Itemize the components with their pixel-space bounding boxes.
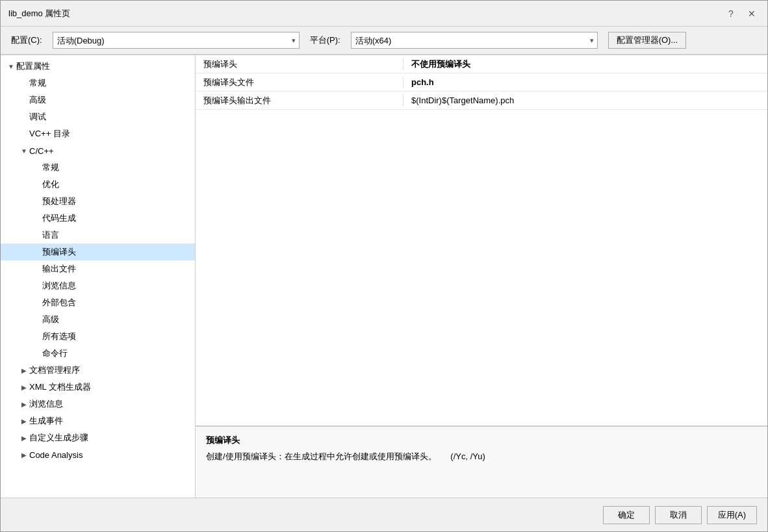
sidebar-label-cpp-output: 输出文件	[42, 263, 190, 275]
main-content: ▼配置属性常规高级调试VC++ 目录▼C/C++常规优化预处理器代码生成语言预编…	[1, 55, 767, 498]
ok-button[interactable]: 确定	[603, 506, 650, 524]
sidebar-item-cpp-external[interactable]: 外部包含	[1, 294, 195, 311]
platform-label: 平台(P):	[310, 34, 340, 46]
sidebar-item-doc-mgr[interactable]: ▶文档管理程序	[1, 362, 195, 379]
title-bar: lib_demo 属性页 ? ✕	[1, 1, 767, 27]
sidebar-item-xml-gen[interactable]: ▶XML 文档生成器	[1, 379, 195, 396]
toggle-icon-doc-mgr: ▶	[19, 367, 29, 374]
toggle-icon-browse-info: ▶	[19, 401, 29, 408]
sidebar-item-general[interactable]: 常规	[1, 75, 195, 92]
sidebar-label-cpp-codegen: 代码生成	[42, 212, 190, 224]
toggle-icon-xml-gen: ▶	[19, 384, 29, 391]
sidebar-label-advanced: 高级	[29, 94, 190, 106]
prop-name: 预编译头	[196, 58, 403, 70]
sidebar-item-cpp-cmdline[interactable]: 命令行	[1, 345, 195, 362]
sidebar-item-cpp-all[interactable]: 所有选项	[1, 328, 195, 345]
sidebar-label-cpp-cmdline: 命令行	[42, 348, 190, 359]
prop-value: $(IntDir)$(TargetName).pch	[403, 95, 767, 105]
footer: 确定 取消 应用(A)	[1, 498, 767, 531]
sidebar-item-cpp-browse[interactable]: 浏览信息	[1, 277, 195, 294]
dialog-title: lib_demo 属性页	[8, 8, 70, 19]
sidebar-label-cpp-pch: 预编译头	[42, 246, 190, 258]
sidebar-item-browse-info[interactable]: ▶浏览信息	[1, 396, 195, 412]
help-button[interactable]: ?	[723, 6, 739, 21]
sidebar-label-build-event: 生成事件	[29, 415, 190, 427]
toggle-icon-code-analysis: ▶	[19, 451, 29, 459]
close-button[interactable]: ✕	[744, 6, 760, 21]
sidebar-item-cpp-optimize[interactable]: 优化	[1, 176, 195, 193]
sidebar-item-cpp-pch[interactable]: 预编译头	[1, 244, 195, 260]
prop-value: 不使用预编译头	[403, 58, 767, 70]
prop-row[interactable]: 预编译头输出文件$(IntDir)$(TargetName).pch	[196, 92, 767, 110]
platform-select-wrapper: 活动(x64)	[351, 32, 598, 49]
right-panel: 预编译头不使用预编译头预编译头文件pch.h预编译头输出文件$(IntDir)$…	[196, 55, 767, 498]
properties-dialog: lib_demo 属性页 ? ✕ 配置(C): 活动(Debug) 平台(P):…	[0, 0, 768, 532]
sidebar-item-code-analysis[interactable]: ▶Code Analysis	[1, 446, 195, 463]
description-text: 创建/使用预编译头：在生成过程中允许创建或使用预编译头。 (/Yc, /Yu)	[206, 450, 757, 463]
sidebar-label-cpp-preprocessor: 预处理器	[42, 196, 190, 207]
prop-row[interactable]: 预编译头不使用预编译头	[196, 55, 767, 73]
prop-row[interactable]: 预编译头文件pch.h	[196, 73, 767, 92]
sidebar-label-browse-info: 浏览信息	[29, 398, 190, 410]
config-select-wrapper: 活动(Debug)	[53, 32, 300, 49]
sidebar-item-config-props[interactable]: ▼配置属性	[1, 58, 195, 75]
sidebar-item-cpp-general[interactable]: 常规	[1, 159, 195, 176]
sidebar-item-custom-build[interactable]: ▶自定义生成步骤	[1, 429, 195, 446]
sidebar-item-cpp[interactable]: ▼C/C++	[1, 142, 195, 159]
apply-button[interactable]: 应用(A)	[707, 506, 757, 524]
sidebar-label-general: 常规	[29, 77, 190, 89]
toggle-icon-config-props: ▼	[6, 63, 16, 70]
toggle-icon-custom-build: ▶	[19, 435, 29, 442]
sidebar-label-cpp-all: 所有选项	[42, 331, 190, 342]
sidebar-label-cpp-external: 外部包含	[42, 297, 190, 309]
description-title: 预编译头	[206, 435, 757, 446]
sidebar-label-cpp-language: 语言	[42, 229, 190, 241]
prop-name: 预编译头文件	[196, 77, 403, 88]
sidebar-item-cpp-codegen[interactable]: 代码生成	[1, 210, 195, 227]
sidebar-label-cpp-optimize: 优化	[42, 179, 190, 190]
sidebar-item-cpp-advanced[interactable]: 高级	[1, 311, 195, 328]
sidebar-label-custom-build: 自定义生成步骤	[29, 432, 190, 444]
description-area: 预编译头 创建/使用预编译头：在生成过程中允许创建或使用预编译头。 (/Yc, …	[196, 426, 767, 498]
cancel-button[interactable]: 取消	[655, 506, 702, 524]
config-select[interactable]: 活动(Debug)	[53, 32, 300, 49]
sidebar-label-xml-gen: XML 文档生成器	[29, 381, 190, 393]
sidebar-item-cpp-preprocessor[interactable]: 预处理器	[1, 193, 195, 210]
toggle-icon-cpp: ▼	[19, 147, 29, 155]
config-manager-button[interactable]: 配置管理器(O)...	[608, 32, 687, 49]
sidebar-label-cpp-general: 常规	[42, 162, 190, 173]
sidebar-item-build-event[interactable]: ▶生成事件	[1, 412, 195, 429]
sidebar-item-debug[interactable]: 调试	[1, 108, 195, 125]
title-controls: ? ✕	[723, 6, 760, 21]
config-label: 配置(C):	[11, 34, 42, 46]
toggle-icon-build-event: ▶	[19, 418, 29, 425]
prop-value: pch.h	[403, 77, 767, 87]
sidebar-label-cpp-browse: 浏览信息	[42, 280, 190, 292]
sidebar-tree: ▼配置属性常规高级调试VC++ 目录▼C/C++常规优化预处理器代码生成语言预编…	[1, 55, 196, 498]
config-row: 配置(C): 活动(Debug) 平台(P): 活动(x64) 配置管理器(O)…	[1, 27, 767, 55]
sidebar-label-debug: 调试	[29, 111, 190, 123]
sidebar-label-cpp: C/C++	[29, 146, 190, 156]
sidebar-label-vc-dirs: VC++ 目录	[29, 128, 190, 140]
sidebar-label-cpp-advanced: 高级	[42, 314, 190, 325]
prop-name: 预编译头输出文件	[196, 95, 403, 107]
sidebar-label-code-analysis: Code Analysis	[29, 450, 190, 460]
platform-select[interactable]: 活动(x64)	[351, 32, 598, 49]
properties-table: 预编译头不使用预编译头预编译头文件pch.h预编译头输出文件$(IntDir)$…	[196, 55, 767, 426]
sidebar-label-doc-mgr: 文档管理程序	[29, 364, 190, 376]
sidebar-item-cpp-language[interactable]: 语言	[1, 227, 195, 244]
sidebar-item-advanced[interactable]: 高级	[1, 92, 195, 108]
sidebar-label-config-props: 配置属性	[16, 60, 190, 72]
sidebar-item-vc-dirs[interactable]: VC++ 目录	[1, 125, 195, 142]
sidebar-item-cpp-output[interactable]: 输出文件	[1, 260, 195, 277]
